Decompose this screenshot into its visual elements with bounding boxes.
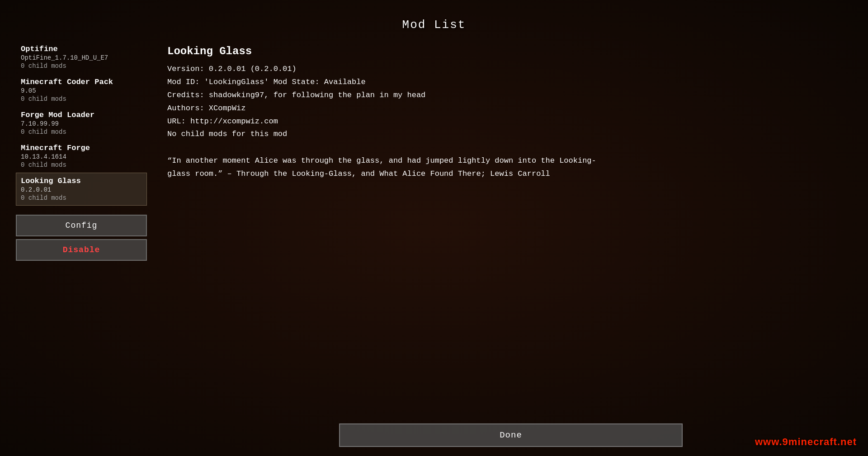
mod-item-forge[interactable]: Minecraft Forge 10.13.4.1614 0 child mod… <box>16 140 147 173</box>
detail-mod-id-state: Mod ID: 'LookingGlass' Mod State: Availa… <box>167 76 845 89</box>
mod-item-name: Forge Mod Loader <box>21 111 142 119</box>
mod-item-lookingglass[interactable]: Looking Glass 0.2.0.01 0 child mods <box>16 173 147 206</box>
detail-quote: “In another moment Alice was through the… <box>167 155 601 181</box>
mod-item-name: Minecraft Coder Pack <box>21 78 142 86</box>
mod-item-version: 0.2.0.01 <box>21 186 142 193</box>
mod-item-name: Minecraft Forge <box>21 144 142 152</box>
mod-item-children: 0 child mods <box>21 95 142 103</box>
mod-item-children: 0 child mods <box>21 62 142 70</box>
detail-version: Version: 0.2.0.01 (0.2.0.01) <box>167 63 845 76</box>
mod-item-mcp[interactable]: Minecraft Coder Pack 9.05 0 child mods <box>16 74 147 107</box>
left-panel-buttons: Config Disable <box>9 210 154 265</box>
bottom-bar: Done <box>0 417 868 456</box>
mod-item-fml[interactable]: Forge Mod Loader 7.10.99.99 0 child mods <box>16 107 147 140</box>
mod-item-name: Optifine <box>21 45 142 53</box>
detail-credits: Credits: shadowking97, for following the… <box>167 89 845 102</box>
mod-list-scroll: Optifine OptiFine_1.7.10_HD_U_E7 0 child… <box>16 41 147 206</box>
mod-item-children: 0 child mods <box>21 161 142 169</box>
mod-item-version: 10.13.4.1614 <box>21 153 142 160</box>
mod-item-version: 7.10.99.99 <box>21 120 142 127</box>
mod-list-panel: Optifine OptiFine_1.7.10_HD_U_E7 0 child… <box>9 36 154 210</box>
config-button[interactable]: Config <box>16 215 147 236</box>
detail-no-child: No child mods for this mod <box>167 128 845 141</box>
mod-item-children: 0 child mods <box>21 128 142 136</box>
mod-item-optifine[interactable]: Optifine OptiFine_1.7.10_HD_U_E7 0 child… <box>16 41 147 74</box>
mod-item-version: OptiFine_1.7.10_HD_U_E7 <box>21 54 142 61</box>
detail-authors: Authors: XCompWiz <box>167 102 845 115</box>
mod-item-version: 9.05 <box>21 87 142 94</box>
mod-detail-panel: Looking Glass Version: 0.2.0.01 (0.2.0.0… <box>154 36 859 417</box>
detail-mod-name: Looking Glass <box>167 45 845 57</box>
disable-button[interactable]: Disable <box>16 239 147 261</box>
mod-item-name: Looking Glass <box>21 177 142 185</box>
page-title: Mod List <box>402 18 466 32</box>
page-container: Mod List Optifine OptiFine_1.7.10_HD_U_E… <box>0 0 868 456</box>
done-button[interactable]: Done <box>339 423 683 447</box>
mod-item-children: 0 child mods <box>21 194 142 202</box>
detail-url: URL: http://xcompwiz.com <box>167 115 845 128</box>
watermark: www.9minecraft.net <box>755 436 857 448</box>
main-content: Optifine OptiFine_1.7.10_HD_U_E7 0 child… <box>0 36 868 417</box>
